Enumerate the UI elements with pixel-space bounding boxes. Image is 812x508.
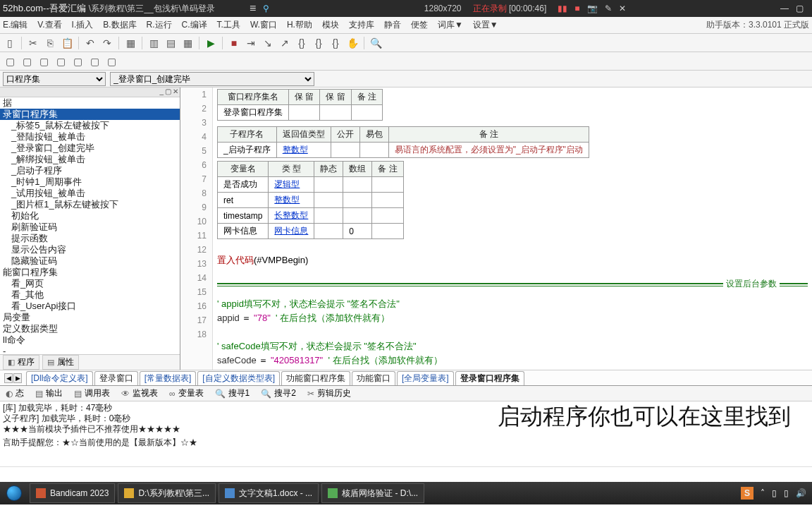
tree-item[interactable]: 据 [0,97,180,109]
var-array[interactable] [343,193,372,208]
tray-flag-icon[interactable]: ▯ [772,488,777,498]
tree-item[interactable]: _登陆按钮_被单击 [0,131,180,143]
pin-icon[interactable]: ⚲ [263,4,269,13]
minimize-icon[interactable]: — [780,4,789,13]
var-type[interactable]: 网卡信息 [269,224,314,239]
t2-btn7-icon[interactable]: ▢ [104,54,118,68]
otab-status[interactable]: ◐态 [3,387,27,400]
var-array[interactable] [343,208,372,224]
tree-item[interactable]: 初始化 [0,210,180,222]
otab-cliphist[interactable]: ✂剪辑历史 [304,387,354,400]
pst-r1[interactable]: 登录窗口程序集 [218,105,289,121]
tree-item[interactable]: _试用按钮_被单击 [0,188,180,199]
menu-dict[interactable]: 词库▼ [438,19,463,31]
t2-btn1-icon[interactable]: ▢ [3,54,17,68]
tab-property[interactable]: ▤属性 [42,355,79,370]
tree-item[interactable]: _图片框1_鼠标左键被按下 [0,199,180,210]
tree-item[interactable]: 定义数据类型 [0,323,180,334]
t2-btn6-icon[interactable]: ▢ [87,54,102,68]
tree-item[interactable]: ll命令 [0,334,180,346]
camera-icon[interactable]: 📷 [587,4,598,13]
stop-icon[interactable]: ■ [574,4,579,13]
code-tab[interactable]: [Dll命令定义表] [26,371,93,385]
menu-insert[interactable]: I.插入 [72,19,94,31]
var-type[interactable]: 逻辑型 [269,177,314,193]
tray-volume-icon[interactable]: 🔊 [796,488,806,498]
step-over-icon[interactable]: ⇥ [244,36,258,50]
otab-vars[interactable]: ∞变量表 [166,387,207,400]
step-out-icon[interactable]: ↗ [278,36,292,50]
bracket2-icon[interactable]: {} [312,36,326,50]
tree-restore-icon[interactable]: ▢ [165,87,171,97]
start-button[interactable] [0,482,28,504]
redo-icon[interactable]: ↷ [100,36,114,50]
menu-settings[interactable]: 设置▼ [473,19,498,31]
var-name[interactable]: ret [218,193,269,208]
run-icon[interactable]: ▶ [204,36,218,50]
menu-note[interactable]: 便签 [411,19,428,31]
otab-output[interactable]: ▤输出 [32,387,66,400]
code-tab[interactable]: 功能窗口程序集 [281,371,350,385]
procedure-dropdown[interactable]: _登录窗口_创建完毕 [110,72,314,86]
menu-help[interactable]: H.帮助 [287,19,312,31]
var-array[interactable]: 0 [343,224,372,239]
code-body[interactable]: 窗口程序集名保 留保 留备 注 登录窗口程序集 子程序名返回值类型公开易包备 注… [213,87,812,370]
tree-item[interactable]: 刷新验证码 [0,222,180,233]
tree-item[interactable]: 提示函数 [0,233,180,244]
var-type[interactable]: 长整数型 [269,208,314,224]
bracket3-icon[interactable]: {} [328,36,343,50]
t2-btn3-icon[interactable]: ▢ [37,54,51,68]
menu-mute[interactable]: 静音 [384,19,401,31]
find-icon[interactable]: 🔍 [369,36,383,50]
layout3-icon[interactable]: ▦ [180,36,195,50]
copy-icon[interactable]: ⎘ [43,36,57,50]
tree-body[interactable]: 据录窗口程序集_标签5_鼠标左键被按下_登陆按钮_被单击_登录窗口_创建完毕_解… [0,97,180,354]
hamburger-icon[interactable]: ≡ [250,2,256,15]
taskbar-item[interactable]: 核盾网络验证 - D:\... [321,483,424,503]
otab-search2[interactable]: 🔍搜寻2 [258,387,299,400]
code-tab[interactable]: 功能窗口 [352,371,395,385]
st-r1-name[interactable]: _启动子程序 [218,143,277,158]
menu-run[interactable]: R.运行 [147,19,172,31]
var-array[interactable] [343,177,372,193]
menu-support[interactable]: 支持库 [349,19,374,31]
paste-icon[interactable]: 📋 [60,36,74,50]
maximize-icon[interactable]: ▢ [796,4,804,13]
otab-watch[interactable]: 👁监视表 [118,387,161,400]
st-r1-note[interactable]: 易语言的系统配置，必须设置为"_启动子程序"启动 [388,143,589,158]
procedure-set-dropdown[interactable]: 口程序集 [3,72,106,86]
menu-compile[interactable]: C.编译 [182,19,207,31]
tree-item[interactable]: 局变量 [0,312,180,323]
code-tab[interactable]: 登录窗口程序集 [455,371,524,385]
tree-item[interactable]: _标签5_鼠标左键被按下 [0,120,180,131]
tab-program[interactable]: ◧程序 [3,355,39,370]
menu-edit[interactable]: E.编辑 [3,19,27,31]
st-r1-type[interactable]: 整数型 [276,143,331,158]
menu-database[interactable]: B.数据库 [103,19,136,31]
var-name[interactable]: 网卡信息 [218,224,269,239]
menu-window[interactable]: W.窗口 [250,19,277,31]
close-rec-icon[interactable]: ✕ [619,4,626,13]
tree-item[interactable]: 看_UserApi接口 [0,301,180,312]
tree-item[interactable]: 能窗口程序集 [0,267,180,278]
tab-next-icon[interactable]: ▶ [13,373,22,383]
step-into-icon[interactable]: ↘ [261,36,275,50]
code-tab[interactable]: [常量数据表] [140,371,197,385]
pause-icon[interactable]: ▮▮ [558,4,567,13]
menu-view[interactable]: V.查看 [37,19,61,31]
tree-item[interactable]: 显示公告内容 [0,244,180,255]
tree-close-icon[interactable]: ✕ [173,87,178,97]
t2-btn5-icon[interactable]: ▢ [70,54,85,68]
tray-network-icon[interactable]: ▯ [784,488,789,498]
tree-item[interactable]: _启动子程序 [0,165,180,176]
otab-calltable[interactable]: ▤调用表 [71,387,113,400]
code-tab[interactable]: [全局变量表] [397,371,454,385]
tree-minimize-icon[interactable]: _ [159,87,164,97]
var-name[interactable]: 是否成功 [218,177,269,193]
undo-icon[interactable]: ↶ [83,36,97,50]
tree-item[interactable]: _登录窗口_创建完毕 [0,143,180,154]
layout2-icon[interactable]: ▤ [164,36,178,50]
tree-item[interactable]: _解绑按钮_被单击 [0,154,180,165]
taskbar-item[interactable]: Bandicam 2023 [30,483,115,503]
stop-icon[interactable]: ■ [227,36,241,50]
